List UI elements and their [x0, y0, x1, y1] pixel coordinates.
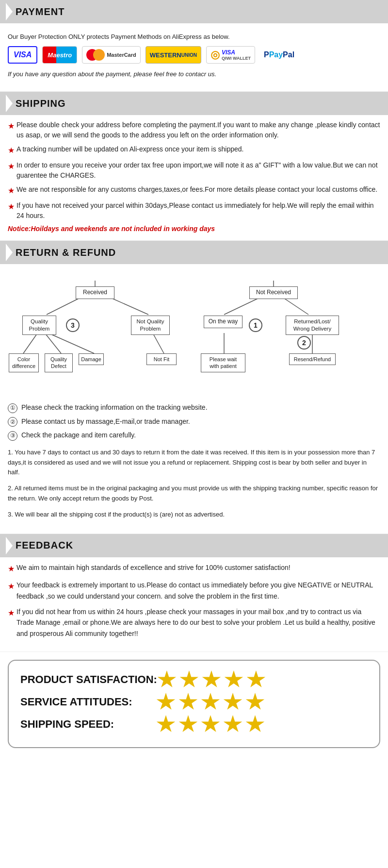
svg-line-4 [50, 334, 94, 353]
satisfaction-row-1: PRODUCT SATISFACTION: [20, 670, 368, 689]
fc-quality-defect: QualityDefect [45, 353, 73, 372]
svg-line-3 [46, 334, 61, 353]
star-icon-f3: ★ [8, 607, 15, 639]
svg-line-2 [23, 334, 37, 353]
star-icon-3: ★ [8, 161, 15, 181]
payment-logos: VISA Maestro MasterCard WESTERN UNION ◎ … [8, 46, 380, 64]
satisfaction-box: PRODUCT SATISFACTION: SERVICE ATTITUDES:… [8, 660, 380, 748]
return-title: RETURN & REFUND [16, 247, 116, 258]
return-step-3: ③ Check the package and item carefully. [8, 430, 380, 441]
fc-not-quality-problem: Not QualityProblem [131, 316, 170, 335]
fc-received: Received [76, 286, 114, 299]
feedback-section-header: FEEDBACK [0, 534, 388, 557]
fc-color-diff: Colordifference [9, 353, 39, 372]
visa-logo: VISA [8, 46, 37, 64]
shipping-item-2: ★ A tracking number will be updated on A… [8, 144, 380, 156]
star-2-1 [156, 693, 176, 711]
payment-protection-text: Our Buyer Protection ONLY protects Payme… [8, 33, 380, 40]
mastercard-logo: MasterCard [82, 46, 141, 64]
fc-not-received: Not Received [249, 286, 298, 299]
feedback-item-3: ★ If you did not hear from us within 24 … [8, 606, 380, 639]
star-icon-1: ★ [8, 120, 15, 140]
star-3-2 [178, 715, 198, 734]
visa-qiwi-logo: ◎ VISA QIWI WALLET [206, 46, 255, 64]
fc-quality-problem: QualityProblem [22, 316, 56, 335]
return-section-header: RETURN & REFUND [0, 241, 388, 264]
step-num-1: ① [8, 403, 17, 413]
fc-circle-2: 2 [297, 336, 311, 350]
shipping-item-1: ★ Please double check your address befor… [8, 120, 380, 140]
star-1-1 [157, 670, 177, 689]
satisfaction-stars-3 [156, 715, 265, 734]
star-icon-4: ★ [8, 185, 15, 197]
shipping-section-header: SHIPPING [0, 92, 388, 115]
return-step-2: ② Please contact us by massage,E-mail,or… [8, 416, 380, 427]
star-1-4 [224, 670, 243, 689]
return-section: Received Not Received QualityProblem Not… [0, 264, 388, 534]
star-icon-f2: ★ [8, 580, 15, 601]
return-rule-3: 3. We will bear all the shipping cost if… [8, 510, 380, 520]
star-2-3 [201, 693, 220, 711]
star-2-4 [223, 693, 242, 711]
feedback-title: FEEDBACK [16, 540, 73, 551]
fc-please-wait: Please waitwith patient [201, 353, 245, 372]
satisfaction-label-2: SERVICE ATTITUDES: [20, 696, 156, 708]
shipping-item-5: ★ If you have not received your parcel w… [8, 200, 380, 221]
fc-not-fit: Not Fit [146, 353, 177, 365]
step-num-3: ③ [8, 431, 17, 441]
star-1-2 [179, 670, 199, 689]
star-2-5 [245, 693, 265, 711]
satisfaction-label-3: SHIPPING SPEED: [20, 718, 156, 731]
payment-section-header: PAYMENT [0, 0, 388, 23]
return-rule-2: 2. All returned items must be in the ori… [8, 484, 380, 504]
star-icon-f1: ★ [8, 563, 15, 575]
star-3-3 [201, 715, 220, 734]
western-union-logo: WESTERN UNION [146, 46, 201, 64]
fc-damage: Damage [79, 353, 104, 365]
star-icon-2: ★ [8, 145, 15, 156]
step-num-2: ② [8, 417, 17, 427]
satisfaction-stars-2 [156, 693, 265, 711]
return-flowchart: Received Not Received QualityProblem Not… [8, 276, 380, 392]
star-1-5 [246, 670, 266, 689]
satisfaction-label-1: PRODUCT SATISFACTION: [20, 673, 157, 686]
return-steps: ① Please check the tracking information … [8, 402, 380, 441]
svg-line-5 [153, 334, 164, 353]
payment-title: PAYMENT [16, 6, 65, 17]
return-rule-1: 1. You have 7 days to contact us and 30 … [8, 448, 380, 478]
payment-contact-note: If you have any question about the payme… [8, 70, 380, 78]
shipping-title: SHIPPING [16, 98, 66, 109]
satisfaction-row-2: SERVICE ATTITUDES: [20, 693, 368, 711]
star-3-1 [156, 715, 176, 734]
feedback-item-1: ★ We aim to maintain high standards of e… [8, 562, 380, 575]
shipping-notice: Notice:Hoildays and weekends are not inc… [8, 225, 380, 233]
return-step-1: ① Please check the tracking information … [8, 402, 380, 413]
shipping-item-3: ★ In order to ensure you receive your or… [8, 160, 380, 181]
star-2-2 [178, 693, 198, 711]
fc-resend-refund: Resend/Refund [289, 353, 336, 365]
star-icon-5: ★ [8, 201, 15, 221]
shipping-item-4: ★ We are not responsible for any customs… [8, 184, 380, 197]
fc-circle-3: 3 [66, 318, 80, 332]
paypal-logo: PPayPal [260, 46, 298, 64]
star-3-4 [223, 715, 242, 734]
feedback-section: ★ We aim to maintain high standards of e… [0, 557, 388, 652]
fc-on-the-way: On the way [204, 316, 242, 328]
return-rules: 1. You have 7 days to contact us and 30 … [8, 448, 380, 520]
satisfaction-row-3: SHIPPING SPEED: [20, 715, 368, 734]
shipping-section: ★ Please double check your address befor… [0, 115, 388, 241]
maestro-logo: Maestro [42, 46, 77, 64]
star-3-5 [245, 715, 265, 734]
satisfaction-stars-1 [157, 670, 266, 689]
star-1-3 [202, 670, 221, 689]
payment-section: Our Buyer Protection ONLY protects Payme… [0, 23, 388, 92]
fc-circle-1: 1 [249, 318, 262, 332]
fc-returned-lost: Returned/Lost/Wrong Delivery [286, 316, 339, 335]
feedback-item-2: ★ Your feedback is extremely important t… [8, 580, 380, 601]
